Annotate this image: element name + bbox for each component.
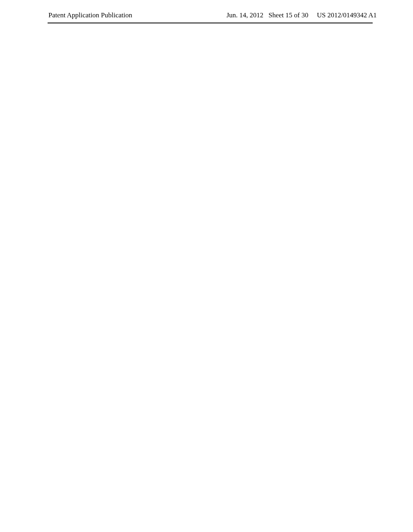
page-header: Patent Application Publication Jun. 14, … — [0, 0, 413, 22]
header-rule — [48, 23, 373, 23]
hdr-left: Patent Application Publication — [48, 11, 132, 19]
hdr-right: Jun. 14, 2012 Sheet 15 of 30 US 2012/014… — [226, 11, 377, 19]
